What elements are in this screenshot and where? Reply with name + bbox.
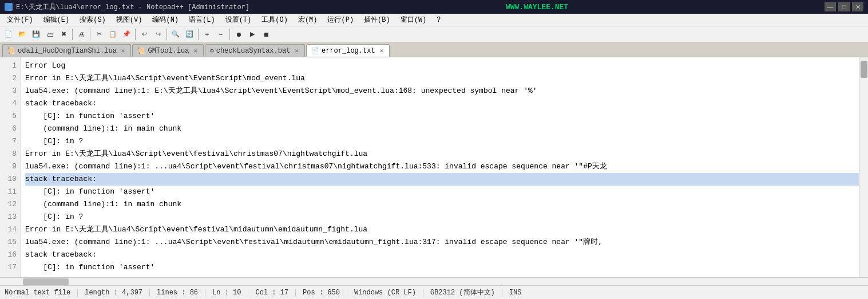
tab-close-button[interactable]: ✕ xyxy=(192,47,199,54)
file-icon: 📜 xyxy=(7,47,15,54)
toolbar-separator-1 xyxy=(72,29,73,40)
line-number: 7 xyxy=(3,135,17,148)
status-bar: Normal text file length : 4,397 lines : … xyxy=(0,285,868,299)
lines-status: lines : 86 xyxy=(157,289,205,297)
horizontal-scrollbar[interactable] xyxy=(0,277,868,285)
menu-item[interactable]: 搜索(S) xyxy=(75,14,110,26)
open-button[interactable]: 📂 xyxy=(16,28,29,41)
copy-button[interactable]: 📋 xyxy=(106,28,119,41)
menu-item[interactable]: 宏(M) xyxy=(294,14,322,26)
toolbar-separator-6 xyxy=(229,29,230,40)
window-title: E:\天龙工具\lua4\error_log.txt - Notepad++ [… xyxy=(16,2,249,12)
editor-area[interactable]: 1234567891011121314151617 Error LogError… xyxy=(0,57,859,277)
code-line: Error Log xyxy=(25,60,859,72)
tab-label: error_log.txt xyxy=(322,47,375,55)
line-number: 15 xyxy=(3,236,17,249)
macro-stop-button[interactable]: ⏹ xyxy=(260,28,272,41)
macro-record-button[interactable]: ⏺ xyxy=(232,28,245,41)
hscrollbar-thumb[interactable] xyxy=(23,278,69,285)
cut-button[interactable]: ✂ xyxy=(93,28,105,41)
paste-button[interactable]: 📌 xyxy=(120,28,133,41)
file-icon: 📜 xyxy=(137,47,145,54)
line-numbers: 1234567891011121314151617 xyxy=(0,57,21,277)
title-bar: E:\天龙工具\lua4\error_log.txt - Notepad++ [… xyxy=(0,0,868,14)
redo-button[interactable]: ↪ xyxy=(152,28,164,41)
minimize-button[interactable]: — xyxy=(825,2,836,11)
tab-close-button[interactable]: ✕ xyxy=(120,47,126,54)
find-button[interactable]: 🔍 xyxy=(169,28,182,41)
line-number: 14 xyxy=(3,223,17,236)
file-type-status: Normal text file xyxy=(5,289,78,297)
close-all-button[interactable]: ✖ xyxy=(57,28,70,41)
tab-1[interactable]: 📜GMTool.lua✕ xyxy=(132,44,204,57)
menu-item[interactable]: 插件(B) xyxy=(359,14,395,26)
code-content[interactable]: Error LogError in E:\天龙工具\lua4\Script\ev… xyxy=(21,57,859,277)
maximize-button[interactable]: □ xyxy=(838,2,850,11)
line-number: 12 xyxy=(3,198,17,211)
menu-item[interactable]: 语言(L) xyxy=(184,14,220,26)
code-line: Error in E:\天龙工具\lua4\Script\event\festi… xyxy=(25,148,859,160)
menu-item[interactable]: 窗口(W) xyxy=(396,14,431,26)
code-line: lua54.exe: (command line):1: E:\天龙工具\lua… xyxy=(25,85,859,97)
line-number: 8 xyxy=(3,148,17,160)
file-icon: 📄 xyxy=(311,47,319,54)
line-number: 4 xyxy=(3,97,17,110)
code-line: (command line):1: in main chunk xyxy=(25,123,859,135)
replace-button[interactable]: 🔄 xyxy=(183,28,196,41)
ln-status: Ln : 10 xyxy=(212,289,248,297)
encoding-status: GB2312 (简体中文) xyxy=(430,288,502,297)
tab-label: GMTool.lua xyxy=(148,47,189,55)
line-number: 6 xyxy=(3,123,17,135)
undo-button[interactable]: ↩ xyxy=(138,28,150,41)
tab-0[interactable]: 📜odali_HuoDongTianShi.lua✕ xyxy=(2,44,131,57)
tab-label: odali_HuoDongTianShi.lua xyxy=(18,47,117,55)
menu-item[interactable]: 文件(F) xyxy=(2,14,38,26)
tab-3[interactable]: 📄error_log.txt✕ xyxy=(306,44,390,57)
line-number: 13 xyxy=(3,211,17,223)
save-all-button[interactable]: 🗃 xyxy=(43,28,56,41)
vertical-scrollbar[interactable] xyxy=(859,57,868,277)
zoom-out-button[interactable]: − xyxy=(215,28,227,41)
col-status: Col : 17 xyxy=(255,289,296,297)
code-line: stack traceback: xyxy=(25,173,859,186)
menu-item[interactable]: 编码(N) xyxy=(148,14,183,26)
code-line: [C]: in function 'assert' xyxy=(25,261,859,274)
line-number: 16 xyxy=(3,249,17,261)
menu-bar: 文件(F)编辑(E)搜索(S)视图(V)编码(N)语言(L)设置(T)工具(O)… xyxy=(0,14,868,26)
code-line: Error in E:\天龙工具\lua4\Script\event\Event… xyxy=(25,72,859,85)
tab-2[interactable]: ⚙checkLuaSyntax.bat✕ xyxy=(205,44,305,57)
tab-close-button[interactable]: ✕ xyxy=(294,47,300,54)
watermark: WWW.WAYLEE.NET xyxy=(506,3,568,11)
toolbar: 📄 📂 💾 🗃 ✖ 🖨 ✂ 📋 📌 ↩ ↪ 🔍 🔄 + − ⏺ ▶ ⏹ xyxy=(0,26,868,42)
menu-item[interactable]: 视图(V) xyxy=(112,14,147,26)
code-line: stack traceback: xyxy=(25,97,859,110)
line-number: 3 xyxy=(3,85,17,97)
save-button[interactable]: 💾 xyxy=(30,28,42,41)
close-button[interactable]: ✕ xyxy=(852,2,863,11)
menu-item[interactable]: 运行(P) xyxy=(323,14,358,26)
macro-play-button[interactable]: ▶ xyxy=(246,28,259,41)
menu-item[interactable]: 编辑(E) xyxy=(39,14,74,26)
pos-status: Pos : 650 xyxy=(303,289,347,297)
new-button[interactable]: 📄 xyxy=(2,28,15,41)
toolbar-separator-5 xyxy=(198,29,199,40)
toolbar-separator-4 xyxy=(167,29,167,40)
line-number: 1 xyxy=(3,60,17,72)
menu-item[interactable]: ? xyxy=(432,15,445,25)
line-number: 9 xyxy=(3,160,17,173)
tabs-bar: 📜odali_HuoDongTianShi.lua✕📜GMTool.lua✕⚙c… xyxy=(0,42,868,57)
menu-item[interactable]: 设置(T) xyxy=(221,14,256,26)
zoom-in-button[interactable]: + xyxy=(201,28,213,41)
scrollbar-thumb[interactable] xyxy=(861,61,867,78)
tab-close-button[interactable]: ✕ xyxy=(379,47,385,54)
line-number: 17 xyxy=(3,261,17,274)
menu-item[interactable]: 工具(O) xyxy=(257,14,292,26)
toolbar-separator-2 xyxy=(90,29,90,40)
code-line: (command line):1: in main chunk xyxy=(25,198,859,211)
line-number: 2 xyxy=(3,72,17,85)
ins-status: INS xyxy=(509,289,529,297)
line-number: 11 xyxy=(3,186,17,198)
app-icon xyxy=(5,3,13,11)
line-number: 10 xyxy=(3,173,17,186)
print-button[interactable]: 🖨 xyxy=(75,28,88,41)
